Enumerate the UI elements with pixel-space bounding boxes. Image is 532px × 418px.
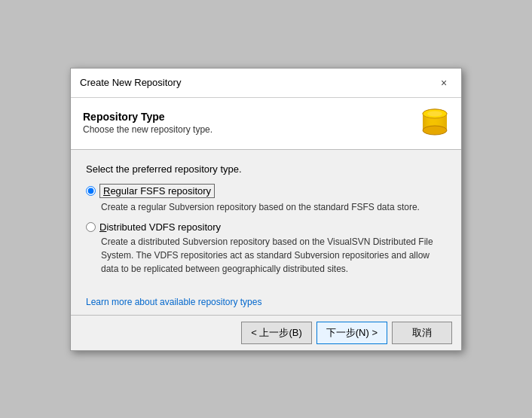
option-group-fsfs: Regular FSFS repository Create a regular…: [86, 184, 446, 214]
content-area: Select the preferred repository type. Re…: [71, 150, 461, 315]
radio-fsfs[interactable]: [86, 186, 96, 196]
header-subtitle: Choose the new repository type.: [83, 124, 212, 135]
learn-more-link[interactable]: Learn more about available repository ty…: [86, 297, 446, 307]
vdfs-description: Create a distributed Subversion reposito…: [101, 235, 446, 276]
select-label: Select the preferred repository type.: [86, 163, 446, 175]
cancel-button[interactable]: 取消: [392, 322, 452, 344]
option-group-vdfs: Distributed VDFS repository Create a dis…: [86, 221, 446, 276]
header-title: Repository Type: [83, 111, 212, 123]
option-label-fsfs[interactable]: Regular FSFS repository: [99, 184, 215, 198]
dialog-title: Create New Repository: [80, 77, 181, 88]
radio-vdfs[interactable]: [86, 222, 96, 232]
next-button[interactable]: 下一步(N) >: [316, 322, 387, 344]
option-row-vdfs: Distributed VDFS repository: [86, 221, 446, 233]
database-icon: [420, 107, 449, 139]
close-button[interactable]: ×: [436, 75, 452, 91]
fsfs-description: Create a regular Subversion repository b…: [101, 200, 446, 214]
svg-point-3: [423, 126, 447, 135]
title-bar: Create New Repository ×: [71, 69, 461, 98]
option-label-vdfs[interactable]: Distributed VDFS repository: [99, 221, 221, 233]
option-row-fsfs: Regular FSFS repository: [86, 184, 446, 198]
svg-point-5: [427, 111, 442, 116]
fsfs-underlined: R: [103, 185, 110, 197]
header-text: Repository Type Choose the new repositor…: [83, 111, 212, 135]
back-button[interactable]: < 上一步(B): [241, 322, 312, 344]
footer: < 上一步(B) 下一步(N) > 取消: [71, 315, 461, 350]
header-section: Repository Type Choose the new repositor…: [71, 98, 461, 150]
create-repository-dialog: Create New Repository × Repository Type …: [70, 68, 462, 351]
vdfs-underlined: D: [99, 221, 106, 233]
